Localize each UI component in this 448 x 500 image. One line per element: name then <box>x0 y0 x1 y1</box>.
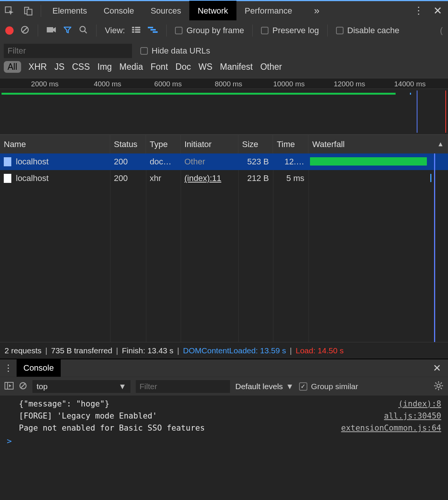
chevron-down-icon: ▼ <box>286 382 294 391</box>
column-time[interactable]: Time <box>273 135 308 153</box>
disable-cache-checkbox[interactable]: Disable cache <box>336 26 399 35</box>
console-message-source[interactable]: (index):8 <box>398 399 441 408</box>
view-label: View: <box>105 26 125 35</box>
request-initiator[interactable]: (index):11 <box>184 173 221 183</box>
drawer-tab-console[interactable]: Console <box>17 359 61 377</box>
console-filter-input[interactable] <box>136 380 230 393</box>
filter-type-xhr[interactable]: XHR <box>29 62 47 72</box>
filter-type-ws[interactable]: WS <box>198 62 212 72</box>
filter-input[interactable] <box>4 44 132 58</box>
timeline-tick: 12000 ms <box>334 80 365 88</box>
timeline-ruler: 2000 ms4000 ms6000 ms8000 ms10000 ms1200… <box>0 78 448 89</box>
filter-type-doc[interactable]: Doc <box>175 62 191 72</box>
filter-type-img[interactable]: Img <box>97 62 112 72</box>
console-output[interactable]: {"message": "hoge"}(index):8[FORGE] 'Leg… <box>0 396 448 500</box>
close-icon[interactable]: ✕ <box>433 5 442 17</box>
group-similar-checkbox[interactable]: Group similar <box>299 382 358 391</box>
inspect-icon[interactable] <box>0 1 19 21</box>
svg-line-7 <box>84 31 87 33</box>
status-requests: 2 requests <box>5 346 41 355</box>
request-table-header: Name Status Type Initiator Size Time Wat… <box>0 135 448 153</box>
tab-console[interactable]: Console <box>95 1 143 21</box>
filter-type-font[interactable]: Font <box>150 62 168 72</box>
camera-icon[interactable] <box>46 26 56 35</box>
filter-type-css[interactable]: CSS <box>72 62 90 72</box>
svg-rect-15 <box>150 29 156 31</box>
filter-bar: Hide data URLs AllXHRJSCSSImgMediaFontDo… <box>0 41 448 78</box>
console-clear-icon[interactable] <box>19 382 27 391</box>
column-waterfall[interactable]: Waterfall▲ <box>308 135 448 153</box>
device-toggle-icon[interactable] <box>19 1 38 21</box>
table-row[interactable]: localhost200doc…Other523 B12.… <box>0 153 448 170</box>
request-status: 200 <box>110 173 146 183</box>
tab-sources[interactable]: Sources <box>142 1 189 21</box>
svg-rect-8 <box>132 27 134 28</box>
svg-point-6 <box>80 26 85 32</box>
group-by-frame-checkbox[interactable]: Group by frame <box>175 26 244 35</box>
request-type: xhr <box>146 173 181 183</box>
separator <box>327 25 328 37</box>
console-settings-icon[interactable] <box>434 381 443 392</box>
large-rows-icon[interactable] <box>132 26 141 35</box>
timeline-tick: 2000 ms <box>31 80 58 88</box>
status-finish: Finish: 13.43 s <box>122 346 173 355</box>
clear-icon[interactable] <box>20 25 29 36</box>
table-row[interactable]: localhost200xhr(index):11212 B5 ms <box>0 170 448 187</box>
search-icon[interactable] <box>79 25 88 36</box>
network-status-bar: 2 requests | 735 B transferred | Finish:… <box>0 342 448 359</box>
console-sidebar-toggle-icon[interactable] <box>5 382 14 391</box>
svg-line-4 <box>22 27 28 32</box>
overflow-icon[interactable]: » <box>309 5 325 17</box>
separator <box>38 25 38 37</box>
filter-type-all[interactable]: All <box>4 61 21 73</box>
console-message[interactable]: [FORGE] 'Legacy mode Enabled'all.js:3045… <box>0 410 448 422</box>
separator <box>96 25 97 37</box>
column-type[interactable]: Type <box>146 135 181 153</box>
kebab-menu-icon[interactable]: ⋮ <box>414 5 423 17</box>
filter-icon[interactable] <box>63 25 72 36</box>
svg-line-27 <box>440 388 442 389</box>
hide-data-urls-checkbox[interactable]: Hide data URLs <box>140 46 210 56</box>
console-message-source[interactable]: extensionCommon.js:64 <box>341 423 441 433</box>
drawer-kebab-icon[interactable]: ⋮ <box>0 363 17 373</box>
filter-type-manifest[interactable]: Manifest <box>220 62 253 72</box>
separator <box>41 5 41 17</box>
console-prompt[interactable]: > <box>0 434 448 448</box>
svg-rect-5 <box>47 27 53 32</box>
waterfall-view-icon[interactable] <box>147 26 158 35</box>
load-marker <box>445 90 446 133</box>
tab-performance[interactable]: Performance <box>236 1 301 21</box>
column-status[interactable]: Status <box>110 135 146 153</box>
waterfall-bar <box>430 174 431 182</box>
waterfall-cell <box>308 170 448 187</box>
tab-elements[interactable]: Elements <box>44 1 95 21</box>
timeline-body[interactable] <box>0 89 448 134</box>
tab-network[interactable]: Network <box>189 1 236 21</box>
timeline-tick: 6000 ms <box>154 80 182 88</box>
record-icon[interactable] <box>5 26 14 35</box>
svg-line-20 <box>21 383 26 388</box>
separator <box>166 25 167 37</box>
filter-type-row: AllXHRJSCSSImgMediaFontDocWSManifestOthe… <box>4 61 444 76</box>
console-drawer: ⋮ Console ✕ top ▼ Default levels ▼ Group… <box>0 359 448 500</box>
console-message[interactable]: Page not enabled for Basic SSO featurese… <box>0 422 448 434</box>
request-status: 200 <box>110 157 146 167</box>
request-name: localhost <box>16 157 49 167</box>
column-name[interactable]: Name <box>0 135 110 153</box>
filter-type-js[interactable]: JS <box>54 62 64 72</box>
console-message-source[interactable]: all.js:30450 <box>384 411 441 420</box>
request-type: doc… <box>146 157 181 167</box>
column-initiator[interactable]: Initiator <box>181 135 238 153</box>
filter-type-media[interactable]: Media <box>120 62 143 72</box>
timeline-overview[interactable]: 2000 ms4000 ms6000 ms8000 ms10000 ms1200… <box>0 78 448 135</box>
context-selector[interactable]: top ▼ <box>32 380 130 393</box>
drawer-close-icon[interactable]: ✕ <box>426 362 448 374</box>
console-message[interactable]: {"message": "hoge"}(index):8 <box>0 398 448 410</box>
console-message-text: Page not enabled for Basic SSO features <box>19 423 205 433</box>
column-size[interactable]: Size <box>238 135 273 153</box>
svg-rect-10 <box>132 29 134 31</box>
preserve-log-checkbox[interactable]: Preserve log <box>261 26 319 35</box>
filter-type-other[interactable]: Other <box>260 62 282 72</box>
log-level-selector[interactable]: Default levels ▼ <box>235 382 294 391</box>
group-similar-label: Group similar <box>311 382 358 391</box>
